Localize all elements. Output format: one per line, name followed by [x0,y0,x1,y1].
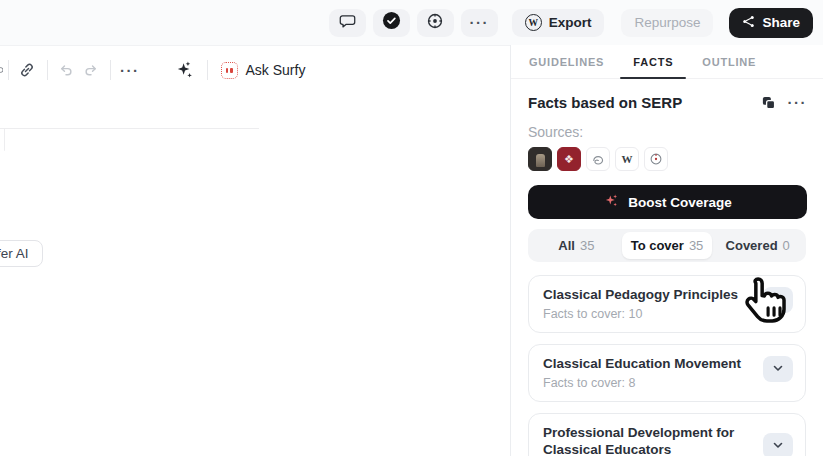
tab-facts[interactable]: FACTS [632,56,674,78]
editor-block-border [4,128,5,151]
swirl-favicon[interactable] [586,147,610,171]
filter-covered[interactable]: Covered 0 [712,232,803,259]
sources-label: Sources: [511,111,823,140]
card-title: Classical Education Movement [543,356,753,373]
sparkles-icon[interactable] [175,60,195,80]
facts-filter: All 35 To cover 35 Covered 0 [528,229,806,262]
chevron-down-icon [772,437,784,455]
fact-topic-card[interactable]: Classical Pedagogy Principles Facts to c… [528,275,806,333]
boost-sparkles-icon [603,192,620,212]
toolbar-divider [110,60,111,80]
share-button[interactable]: Share [729,8,813,38]
toolbar-divider [8,60,9,80]
more-icon: ··· [469,15,489,30]
editor-block-border [0,128,259,129]
statue-favicon[interactable] [528,147,552,171]
settings-button[interactable] [417,9,454,37]
boost-coverage-button[interactable]: Boost Coverage [528,185,807,219]
export-button[interactable]: W Export [512,9,605,37]
share-icon [742,15,755,31]
filter-all[interactable]: All 35 [531,232,622,259]
comment-button[interactable] [329,9,366,37]
ask-surfy-button[interactable]: Ask Surfy [221,62,306,79]
repurpose-button[interactable]: Repurpose [621,9,713,37]
repurpose-label: Repurpose [634,15,700,30]
share-label: Share [762,15,800,30]
chevron-down-icon [772,360,784,378]
clipped-tool-icon[interactable] [0,62,3,78]
expand-button[interactable] [763,287,793,313]
crest-favicon[interactable]: ❖ [557,147,581,171]
editor-toolbar: ··· Ask Surfy [0,54,305,86]
expand-button[interactable] [763,433,793,456]
source-favicons: ❖ W [511,140,823,171]
fact-topic-list: Classical Pedagogy Principles Facts to c… [528,275,806,456]
ask-surfy-label: Ask Surfy [246,62,306,78]
topbar-more-button[interactable]: ··· [461,9,498,37]
export-label: Export [549,15,592,30]
chevron-down-icon [772,291,784,309]
panel-tabs: GUIDELINES FACTS OUTLINE [511,45,823,79]
tasks-button[interactable] [373,9,410,37]
surfer-ai-button[interactable]: Surfer AI [0,240,43,267]
compass-favicon[interactable] [644,147,668,171]
gear-icon [426,12,444,34]
wikipedia-favicon[interactable]: W [615,147,639,171]
toolbar-divider [207,60,208,80]
comment-icon [339,12,356,33]
boost-coverage-label: Boost Coverage [628,195,732,210]
top-bar: ··· W Export Repurpose Share [0,0,823,46]
surfer-ai-label: Surfer AI [0,246,29,261]
tab-guidelines[interactable]: GUIDELINES [528,56,605,78]
wordpress-icon: W [525,14,542,31]
fact-topic-card[interactable]: Classical Education Movement Facts to co… [528,344,806,402]
link-icon[interactable] [18,61,36,79]
card-subtitle: Facts to cover: 8 [543,376,753,390]
toolbar-divider [47,60,48,80]
card-subtitle: Facts to cover: 10 [543,307,753,321]
facts-more-icon[interactable]: ··· [788,95,808,110]
filter-to-cover[interactable]: To cover 35 [622,232,713,259]
tab-outline[interactable]: OUTLINE [701,56,757,78]
card-title: Professional Development for Classical E… [543,425,753,456]
undo-icon[interactable] [57,61,75,79]
facts-header: Facts based on SERP ··· [511,79,823,111]
card-title: Classical Pedagogy Principles [543,287,753,304]
facts-title: Facts based on SERP [528,94,749,111]
expand-button[interactable] [763,356,793,382]
fact-topic-card[interactable]: Professional Development for Classical E… [528,413,806,456]
check-circle-icon [382,11,401,34]
cards-icon[interactable] [761,95,776,110]
toolbar-more-icon[interactable]: ··· [120,63,140,78]
facts-panel: GUIDELINES FACTS OUTLINE Facts based on … [510,45,823,456]
redo-icon[interactable] [82,61,100,79]
surfy-icon [221,62,238,79]
